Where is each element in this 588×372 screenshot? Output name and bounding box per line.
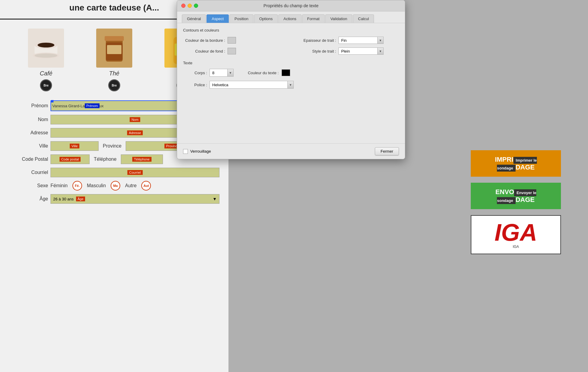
sexe-label: Sexe: [9, 183, 48, 188]
epaisseur-dropdown[interactable]: Fin ▼: [338, 37, 384, 44]
contours-section-title: Contours et couleurs: [183, 28, 399, 32]
verrouillage-checkbox[interactable]: [183, 149, 188, 154]
epaisseur-value: Fin: [339, 38, 377, 43]
adresse-tag: Adresse: [127, 130, 143, 135]
iga-logo-box: IGA IGA: [471, 215, 561, 254]
couleur-bordure-swatch[interactable]: [228, 37, 236, 44]
svg-rect-9: [107, 45, 121, 54]
the-badge: Bre: [108, 79, 120, 91]
courriel-row: Courriel Courriel: [9, 168, 219, 177]
envoyer-text-right: DAGE: [516, 196, 535, 203]
police-row: Police : Helvetica ▼: [183, 81, 399, 89]
police-value: Helvetica: [210, 83, 287, 87]
nom-label: Nom: [9, 117, 48, 122]
couleur-texte-row: Couleur du texte :: [243, 69, 290, 76]
ville-tag: Ville: [70, 144, 80, 148]
ville-field[interactable]: Ville: [51, 141, 99, 151]
style-trait-row: Style de trait : Plein ▼: [294, 47, 399, 55]
courriel-field[interactable]: Courriel: [51, 168, 219, 177]
codepostal-field[interactable]: Code postal: [51, 154, 90, 164]
prenom-value: Vanessa Girard-La: [52, 104, 85, 108]
imprimer-text-right: DAGE: [516, 163, 535, 171]
style-trait-label: Style de trait :: [294, 49, 336, 53]
age-dropdown-arrow: ▼: [213, 197, 217, 201]
maximize-button[interactable]: [194, 4, 198, 8]
tab-aspect[interactable]: Aspect: [207, 14, 229, 23]
dialog-title: Propriétés du champ de texte: [264, 3, 319, 8]
autre-label: Autre: [125, 183, 136, 188]
couleur-texte-swatch[interactable]: [282, 69, 290, 76]
image-item-cafe: Café Bre: [28, 29, 64, 91]
feminin-label: Féminin: [51, 183, 68, 188]
close-button[interactable]: [181, 4, 185, 8]
telephone-field[interactable]: Téléphone: [121, 154, 163, 164]
telephone-label: Téléphone: [94, 157, 117, 162]
envoyer-button[interactable]: ENVOEnvoyer le sondageDAGE: [471, 183, 561, 209]
tab-general[interactable]: Général: [182, 14, 206, 23]
police-label: Police :: [183, 83, 207, 87]
texte-section: Texte Corps : 8 ▼ Couleur du texte : Pol…: [183, 61, 399, 89]
imprimer-button[interactable]: IMPRIImprimer le sondageDAGE: [471, 150, 561, 177]
corps-row: Corps : 8 ▼ Couleur du texte :: [183, 69, 399, 77]
svg-point-5: [35, 53, 57, 58]
tab-actions[interactable]: Actions: [278, 14, 302, 23]
style-trait-dropdown[interactable]: Plein ▼: [338, 47, 384, 55]
epaisseur-label: Epaisseur de trait :: [294, 38, 336, 43]
tab-validation[interactable]: Validation: [325, 14, 352, 23]
corps-label: Corps :: [183, 71, 207, 75]
dialog-footer: Verrouillage Fermer: [177, 143, 405, 159]
epaisseur-row: Epaisseur de trait : Fin ▼: [294, 37, 399, 44]
masculin-label: Masculin: [87, 183, 106, 188]
image-item-the: Thé Bre: [96, 29, 132, 91]
prenom-label: Prénom: [9, 103, 48, 108]
age-value: 26 à 30 ans: [53, 197, 74, 201]
style-trait-arrow[interactable]: ▼: [377, 48, 383, 54]
epaisseur-arrow[interactable]: ▼: [377, 37, 383, 44]
corps-arrow[interactable]: ▼: [227, 69, 233, 76]
cafe-image: [28, 29, 64, 68]
autre-radio[interactable]: Aut: [141, 181, 151, 191]
courriel-tag: Courriel: [127, 170, 143, 175]
prenom-rest: ux: [100, 104, 104, 108]
minimize-button[interactable]: [188, 4, 192, 8]
sexe-row: Sexe Féminin Fé. Masculin Ma Autre Aut: [9, 181, 219, 191]
right-panel: IMPRIImprimer le sondageDAGE ENVOEnvoyer…: [468, 147, 564, 257]
svg-rect-7: [105, 36, 124, 41]
the-image: [96, 29, 132, 68]
feminin-radio[interactable]: Fé.: [72, 181, 82, 191]
age-row: Âge 26 à 30 ans Âge ▼: [9, 194, 219, 204]
masculin-radio[interactable]: Ma: [111, 181, 120, 191]
corps-input[interactable]: 8 ▼: [210, 69, 234, 77]
couleur-fond-swatch[interactable]: [228, 48, 236, 54]
cafe-label: Café: [40, 70, 52, 77]
texte-section-title: Texte: [183, 61, 399, 65]
couleur-bordure-row: Couleur de la bordure :: [183, 37, 288, 44]
dialog-titlebar: Propriétés du champ de texte: [177, 0, 405, 11]
couleur-fond-label: Couleur de fond :: [183, 49, 225, 53]
age-label: Âge: [9, 196, 48, 202]
handle-left: [51, 100, 54, 102]
tab-options[interactable]: Options: [254, 14, 278, 23]
tab-format[interactable]: Format: [302, 14, 325, 23]
dialog-content: Contours et couleurs Couleur de la bordu…: [177, 23, 405, 93]
age-tag: Âge: [76, 197, 85, 201]
police-arrow[interactable]: ▼: [287, 81, 293, 88]
sexe-options: Féminin Fé. Masculin Ma Autre Aut: [51, 181, 151, 191]
police-dropdown[interactable]: Helvetica ▼: [210, 81, 294, 89]
iga-sub: IGA: [513, 245, 519, 249]
tab-position[interactable]: Position: [229, 14, 253, 23]
couleur-bordure-label: Couleur de la bordure :: [183, 38, 225, 43]
adresse-label: Adresse: [9, 130, 48, 136]
couleur-texte-label: Couleur du texte :: [243, 71, 279, 75]
tab-calcul[interactable]: Calcul: [353, 14, 374, 23]
province-label: Province: [103, 143, 121, 149]
imprimer-text-left: IMPRI: [495, 156, 513, 163]
style-trait-value: Plein: [339, 49, 377, 53]
corps-field: Corps : 8 ▼: [183, 69, 234, 77]
age-field[interactable]: 26 à 30 ans Âge ▼: [51, 194, 219, 204]
courriel-label: Courriel: [9, 170, 48, 175]
fermer-button[interactable]: Fermer: [375, 147, 399, 155]
dialog-tabs: Général Aspect Position Options Actions …: [177, 11, 405, 23]
telephone-tag: Téléphone: [132, 157, 152, 162]
prenom-tag: Prénom: [85, 103, 100, 108]
